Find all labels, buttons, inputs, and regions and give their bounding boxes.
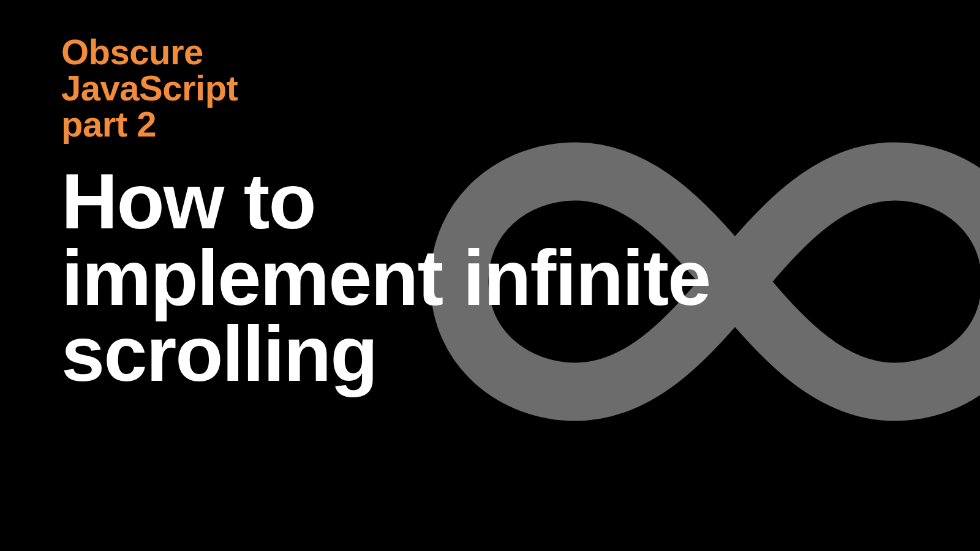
title-line-2: implement infinite [61, 240, 980, 316]
series-line-2: JavaScript [61, 70, 980, 106]
main-title: How to implement infinite scrolling [61, 163, 980, 391]
series-title: Obscure JavaScript part 2 [61, 34, 980, 142]
title-line-3: scrolling [61, 316, 980, 392]
content-block: Obscure JavaScript part 2 How to impleme… [0, 0, 980, 392]
title-line-1: How to [61, 163, 980, 239]
series-line-3: part 2 [61, 106, 980, 142]
series-line-1: Obscure [61, 34, 980, 70]
